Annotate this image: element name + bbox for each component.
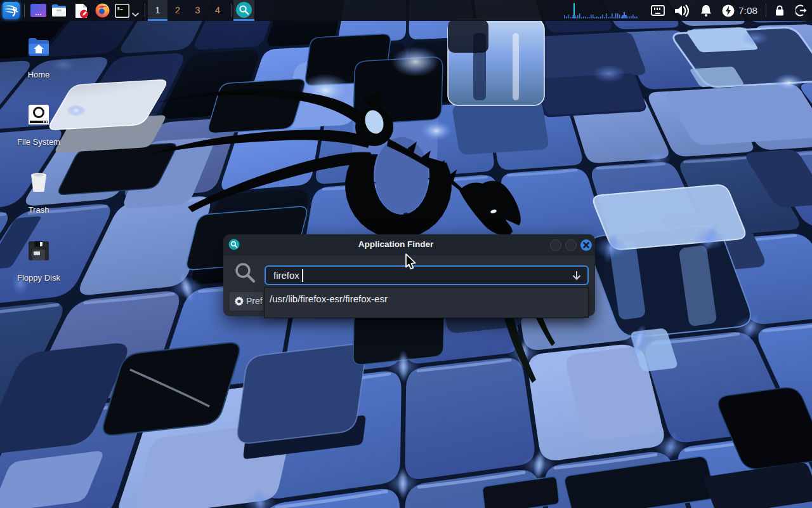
svg-text:$: $	[117, 6, 120, 11]
